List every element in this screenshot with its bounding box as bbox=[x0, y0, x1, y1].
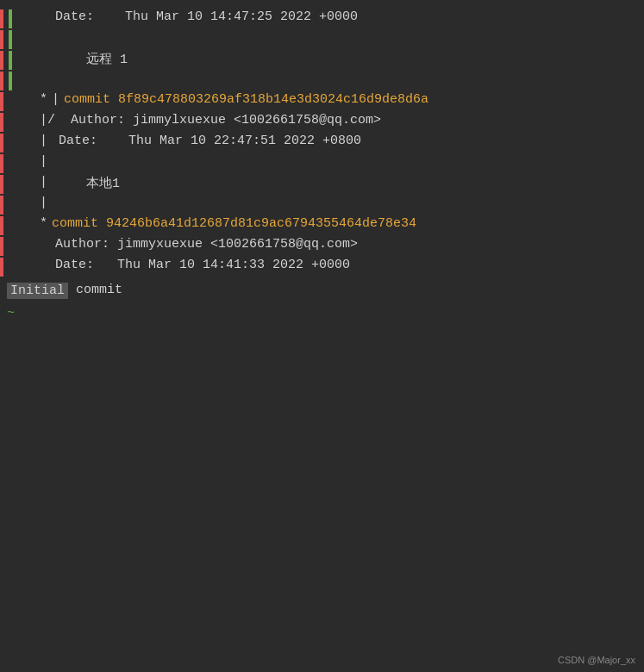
terminal: Date: Thu Mar 10 14:47:25 2022 +0000 远程 … bbox=[0, 0, 644, 672]
pipe-4 bbox=[40, 72, 52, 86]
line-chinese-2: | 本地1 bbox=[0, 174, 644, 195]
line-date-2: | Date: Thu Mar 10 22:47:51 2022 +0800 bbox=[0, 133, 644, 153]
pipe-2 bbox=[40, 30, 52, 45]
date-content-1: Date: Thu Mar 10 14:47:25 2022 +0000 bbox=[52, 9, 644, 24]
pipe-7: | bbox=[40, 134, 52, 148]
date-content-3: Thu Mar 10 14:41:33 2022 +0000 bbox=[94, 258, 350, 272]
bar-green-1 bbox=[9, 9, 12, 28]
pipe-9: | bbox=[40, 175, 52, 190]
watermark: CSDN @Major_xx bbox=[558, 655, 635, 665]
line-date-3: Date: Thu Mar 10 14:41:33 2022 +0000 bbox=[0, 257, 644, 277]
commit-hash-2: 94246b6a41d12687d81c9ac6794355464de78e34 bbox=[106, 216, 416, 231]
line-bar-only-2: | bbox=[0, 195, 644, 215]
bar-green-2 bbox=[9, 30, 12, 49]
line-tilde: ~ bbox=[0, 302, 644, 323]
pipe-3 bbox=[40, 51, 52, 65]
chinese-local: 本地1 bbox=[52, 175, 120, 191]
pipe-5: | bbox=[52, 92, 64, 107]
line-empty-2 bbox=[0, 71, 644, 91]
commit-rest: commit bbox=[68, 283, 122, 297]
date-content-2: Date: Thu Mar 10 22:47:51 2022 +0800 bbox=[52, 134, 361, 148]
chinese-remote: 远程 1 bbox=[52, 51, 128, 67]
line-date-1: Date: Thu Mar 10 14:47:25 2022 +0000 bbox=[0, 9, 644, 29]
initial-highlight: Initial bbox=[7, 283, 68, 299]
pipe-10: | bbox=[40, 196, 52, 210]
date-label-3: Date: bbox=[40, 258, 94, 272]
pipe-8: | bbox=[40, 154, 52, 169]
line-commit-2: * commit 94246b6a41d12687d81c9ac67943554… bbox=[0, 215, 644, 236]
slash-pipe-1: |/ bbox=[40, 113, 71, 128]
commit-hash-1: 8f89c478803269af318b14e3d3024c16d9de8d6a bbox=[118, 92, 428, 107]
author-content-1: Author: jimmylxuexue <1002661758@qq.com> bbox=[71, 113, 381, 128]
commit-keyword-2: commit bbox=[52, 216, 106, 231]
author-content-2: Author: jimmyxuexue <1002661758@qq.com> bbox=[40, 237, 358, 252]
star-1: * bbox=[40, 92, 52, 107]
commit-keyword-1: commit bbox=[64, 92, 118, 107]
line-bar-only-1: | bbox=[0, 153, 644, 174]
line-empty-1 bbox=[0, 29, 644, 50]
bar-green-4 bbox=[9, 72, 12, 90]
line-author-2: Author: jimmyxuexue <1002661758@qq.com> bbox=[0, 236, 644, 257]
line-commit-1: * | commit 8f89c478803269af318b14e3d3024… bbox=[0, 91, 644, 112]
star-2: * bbox=[40, 216, 52, 231]
line-author-1: |/ Author: jimmylxuexue <1002661758@qq.c… bbox=[0, 112, 644, 133]
line-chinese-1: 远程 1 bbox=[0, 50, 644, 71]
bar-green-3 bbox=[9, 51, 12, 70]
pipe-1 bbox=[40, 9, 52, 24]
line-initial: Initial commit bbox=[0, 277, 644, 302]
